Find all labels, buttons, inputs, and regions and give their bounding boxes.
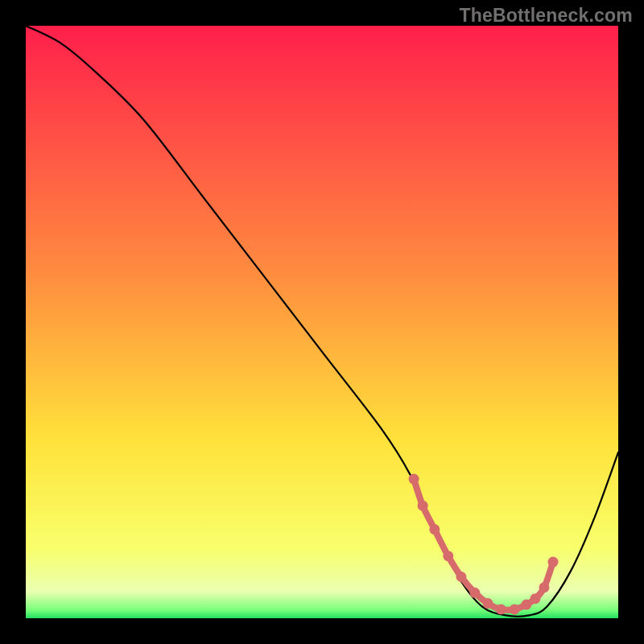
gradient-background — [26, 26, 618, 618]
optimal-range-marker — [443, 551, 453, 561]
chart-frame: TheBottleneck.com — [0, 0, 644, 644]
optimal-range-marker — [429, 524, 440, 535]
optimal-range-marker — [539, 582, 550, 592]
optimal-range-marker — [418, 501, 428, 511]
optimal-range-marker — [521, 600, 531, 610]
optimal-range-marker — [409, 474, 419, 485]
bottleneck-chart — [26, 26, 618, 618]
watermark-text: TheBottleneck.com — [459, 5, 633, 27]
optimal-range-marker — [496, 604, 506, 614]
optimal-range-marker — [456, 572, 466, 582]
optimal-range-marker — [469, 588, 480, 598]
optimal-range-marker — [483, 598, 493, 609]
optimal-range-marker — [510, 604, 520, 614]
optimal-range-marker — [548, 557, 559, 568]
optimal-range-marker — [530, 593, 540, 604]
